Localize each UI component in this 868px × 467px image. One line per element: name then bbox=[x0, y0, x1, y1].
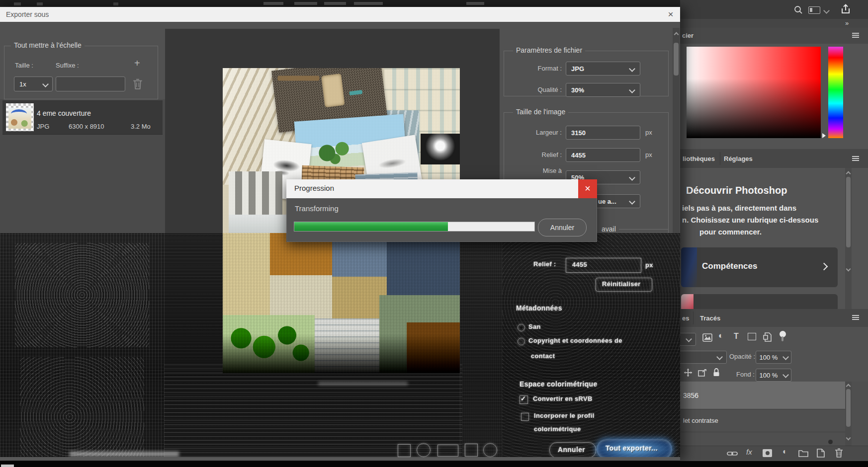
group-folder-icon[interactable] bbox=[798, 450, 808, 457]
ghost-cancel-button[interactable]: Annuler bbox=[549, 442, 596, 458]
ghost-export-all-button[interactable]: Tout exporter... bbox=[597, 439, 672, 459]
scrollbar[interactable] bbox=[845, 168, 852, 309]
scrollbar[interactable] bbox=[845, 382, 852, 446]
filter-pixel-layers-icon[interactable] bbox=[702, 333, 712, 342]
panel-menu-icon[interactable] bbox=[852, 156, 859, 157]
panel-menu-icon[interactable] bbox=[852, 315, 859, 316]
tab-nuancier[interactable]: cier bbox=[682, 32, 694, 39]
lock-move-icon[interactable] bbox=[684, 369, 692, 377]
progress-titlebar[interactable]: Progression × bbox=[286, 179, 597, 198]
toolbar-fragment bbox=[37, 2, 43, 5]
ghost-radio-icon[interactable] bbox=[518, 338, 525, 345]
add-scale-icon[interactable]: + bbox=[134, 58, 140, 69]
dialog-close-icon[interactable]: × bbox=[664, 8, 677, 21]
scrollbar-thumb[interactable] bbox=[846, 177, 851, 247]
workspace-icon[interactable] bbox=[808, 6, 820, 14]
scroll-up-icon[interactable] bbox=[846, 171, 851, 176]
ghost-radio-icon[interactable] bbox=[518, 324, 525, 331]
scrollbar-thumb[interactable] bbox=[674, 43, 679, 76]
ghost-embed-line1: Incorporer le profil bbox=[534, 412, 595, 419]
layer-mask-icon[interactable] bbox=[763, 449, 772, 457]
scale-size-dropdown[interactable]: 1x bbox=[14, 77, 53, 91]
ghost-reset-label: Réinitialiser bbox=[602, 280, 641, 288]
export-dialog-titlebar[interactable]: Exporter sous × bbox=[0, 7, 680, 22]
ghost-checkbox-icon[interactable]: ✓ bbox=[520, 395, 528, 404]
menu-fragment bbox=[354, 2, 383, 5]
format-label: Format : bbox=[517, 65, 562, 72]
progress-close-button[interactable]: × bbox=[578, 179, 597, 198]
scale-label-line1: Mise à bbox=[517, 167, 562, 174]
size-label: Taille : bbox=[15, 62, 33, 69]
file-list-item[interactable]: 4 eme couverture JPG 6300 x 8910 3.2 Mo bbox=[2, 100, 163, 135]
quality-dropdown[interactable]: 30% bbox=[566, 83, 640, 97]
delete-scale-icon[interactable] bbox=[133, 78, 142, 89]
search-icon[interactable] bbox=[794, 5, 803, 14]
tab-traces[interactable]: Tracés bbox=[700, 314, 720, 322]
blend-mode-dropdown[interactable] bbox=[676, 351, 727, 364]
hue-marker-icon bbox=[822, 133, 826, 138]
menu-fragment bbox=[466, 2, 484, 5]
bottom-black-bar bbox=[0, 461, 868, 467]
skills-card[interactable]: Compétences bbox=[681, 247, 838, 287]
fill-dropdown-button[interactable] bbox=[781, 369, 791, 382]
tab-reglages[interactable]: Réglages bbox=[724, 155, 753, 162]
layer-row[interactable]: let contratse bbox=[680, 409, 845, 432]
delete-layer-icon[interactable] bbox=[835, 448, 843, 458]
width-unit: px bbox=[645, 129, 652, 136]
link-layers-icon[interactable] bbox=[727, 451, 738, 457]
new-layer-icon[interactable] bbox=[817, 449, 825, 458]
progress-dialog: Progression × Transforming Annuler bbox=[286, 179, 597, 242]
filter-adjustment-icon[interactable]: ◐ bbox=[718, 331, 723, 341]
layer-row-selected[interactable]: 3856 bbox=[680, 382, 845, 409]
lock-all-icon[interactable] bbox=[713, 368, 720, 377]
file-dimensions: 6300 x 8910 bbox=[69, 123, 104, 130]
status-text-fragment bbox=[1, 465, 14, 467]
share-icon[interactable] bbox=[841, 4, 851, 14]
scroll-down-icon[interactable] bbox=[846, 267, 851, 272]
filter-type-icon[interactable]: T bbox=[734, 332, 739, 341]
filter-shape-icon[interactable] bbox=[748, 333, 756, 340]
panel-menu-icon[interactable] bbox=[852, 33, 859, 34]
scroll-down-icon[interactable] bbox=[846, 436, 851, 441]
close-icon: × bbox=[578, 179, 597, 198]
tab-calques-sliver[interactable]: es bbox=[682, 314, 689, 322]
progress-cancel-button[interactable]: Annuler bbox=[538, 219, 587, 236]
chevron-down-icon bbox=[629, 66, 635, 72]
format-dropdown[interactable]: JPG bbox=[566, 62, 640, 76]
opacity-dropdown-button[interactable] bbox=[781, 351, 791, 364]
color-field[interactable] bbox=[687, 47, 821, 138]
scroll-up-icon[interactable] bbox=[674, 32, 679, 37]
chevron-right-icon bbox=[820, 263, 828, 271]
progress-cancel-label: Annuler bbox=[550, 224, 574, 232]
discover-text-line3: pour commencer. bbox=[699, 228, 762, 236]
workspace-chevron-icon[interactable] bbox=[823, 7, 830, 14]
width-input[interactable]: 3150 bbox=[566, 126, 640, 140]
height-label: Relief : bbox=[517, 151, 562, 158]
next-card[interactable] bbox=[681, 294, 838, 309]
dialog-scrollbar[interactable] bbox=[673, 28, 680, 233]
height-input[interactable]: 4455 bbox=[566, 148, 640, 162]
suffix-input[interactable] bbox=[56, 77, 125, 91]
quality-label: Qualité : bbox=[517, 86, 562, 93]
scroll-up-icon[interactable] bbox=[846, 384, 851, 389]
filter-smart-object-icon[interactable] bbox=[763, 332, 772, 342]
resample-value: ue a... bbox=[598, 198, 616, 205]
scrollbar-thumb[interactable] bbox=[846, 389, 851, 427]
tab-bibliotheques[interactable]: liothèques bbox=[683, 155, 715, 162]
lock-transform-icon[interactable] bbox=[698, 369, 706, 377]
hue-strip[interactable] bbox=[828, 47, 843, 138]
opacity-value[interactable]: 100 % bbox=[756, 351, 781, 364]
chevron-down-icon bbox=[629, 174, 635, 181]
progress-title: Progression bbox=[294, 184, 334, 192]
adjustment-layer-icon[interactable]: ◐ bbox=[782, 447, 787, 456]
layer-style-icon[interactable]: fx bbox=[746, 448, 752, 456]
ghost-checkbox-icon[interactable] bbox=[521, 413, 529, 421]
fill-value[interactable]: 100 % bbox=[756, 369, 781, 382]
filter-pin-icon[interactable] bbox=[780, 331, 786, 337]
chevron-down-icon bbox=[686, 336, 692, 342]
ghost-reset-button[interactable]: Réinitialiser bbox=[596, 278, 652, 292]
glitch-texture bbox=[164, 362, 462, 457]
collapse-panels-chevrons[interactable]: » bbox=[845, 19, 849, 27]
progress-body: Transforming Annuler bbox=[286, 198, 597, 242]
ghost-height-input[interactable]: 4455 bbox=[566, 258, 641, 273]
